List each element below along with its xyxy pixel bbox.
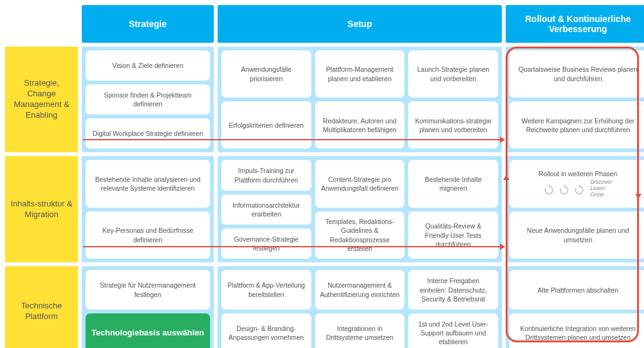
card: Vision & Ziele definieren [86, 50, 210, 81]
card: Plattform-Management planen und etablier… [315, 50, 405, 98]
card: Neue Anwendungsfälle planen und umsetzen [509, 211, 644, 259]
card: Erfolgskriterien definieren [221, 101, 311, 149]
flow-arrow [83, 246, 504, 247]
flow-arrow [83, 139, 504, 140]
card: Launch-Strategie planen und vorbereiten [408, 50, 498, 98]
card: Nutzermanagement & Authentifizierung ein… [315, 270, 405, 310]
card: Bestehende Inhalte analysieren und relev… [86, 160, 210, 208]
row-technische-plattform: Technische Plattform [5, 266, 78, 348]
card: Key-Personas und Bedürfnisse definieren [86, 211, 210, 259]
card: Qualitäts-Review & Friendly User Tests d… [408, 211, 498, 259]
card: Integrationen in Drittsysteme umsetzen [315, 313, 405, 348]
card: Templates, Redaktions-Guidelines & Redak… [315, 211, 405, 259]
card: Design- & Branding-Anpassungen vornehmen [221, 313, 311, 348]
loop-arrow-icon [635, 194, 641, 199]
card: Kommunikations-strategie planen und vorb… [408, 101, 498, 149]
card: Anwendungsfälle priorisieren [221, 50, 311, 98]
row-strategie-change: Strategie, Change Management & Enabling [5, 47, 78, 152]
card-technologiebasis: Technologiebasis auswählen [86, 313, 210, 348]
cycle-icon [543, 184, 585, 196]
loop-arrow-icon [503, 175, 509, 180]
card: Digital Workplace Strategie definieren [86, 118, 210, 149]
card: Redakteure, Autoren und Multiplikatoren … [315, 101, 405, 149]
card: Weitere Kampagnen zur Erhöhung der Reich… [509, 101, 644, 149]
card: Sponsor finden & Projektteam definieren [86, 84, 210, 115]
card: Content-Strategie pro Anwendungsfall def… [315, 160, 405, 208]
card: Kontinuierliche Integration von weiteren… [509, 313, 644, 348]
col-rollout: Rollout & Kontinuierliche Verbesserung [506, 5, 644, 43]
card: Strategie für Nutzermanagement festlegen [86, 270, 210, 310]
card: Alte Plattformen abschalten [509, 270, 644, 310]
col-strategie: Strategie [82, 5, 214, 43]
row-inhalt-migration: Inhalts-struktur & Migration [5, 156, 78, 262]
card-rollout-phases: Rollout in weiteren Phasen Discover Lear… [509, 160, 644, 208]
cycle-text: Discover Learn Grow [590, 179, 612, 198]
card: Informationsarchitektur erarbeiten [221, 194, 311, 225]
framework-matrix: Strategie Setup Rollout & Kontinuierlich… [5, 5, 639, 348]
card: Plattform & App-Verteilung bereitstellen [221, 270, 311, 310]
card: Interne Freigaben einholen: Datenschutz,… [408, 270, 498, 310]
card: Impuls-Training zur Plattform durchführe… [221, 160, 311, 190]
card: Quartalsweise Business Reviews planen un… [509, 50, 644, 98]
card: Governance-Strategie festlegen [221, 228, 311, 259]
col-setup: Setup [218, 5, 502, 43]
card: Bestehende Inhalte migrieren [408, 160, 498, 208]
card: 1st und 2nd Level User-Support aufbauen … [408, 313, 498, 348]
